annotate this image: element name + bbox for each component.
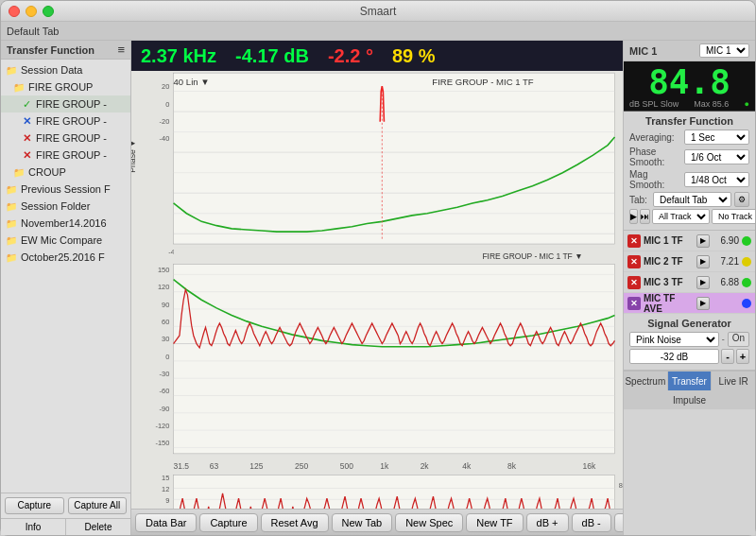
main-content: Transfer Function ≡ 📁 Session Data 📁 FIR…: [1, 41, 755, 535]
sidebar-item-ew-mic[interactable]: 📁 EW Mic Compare: [1, 232, 130, 249]
capture-button[interactable]: Capture: [5, 497, 64, 514]
new-tab-button[interactable]: New Tab: [332, 513, 393, 532]
sig-on-button[interactable]: On: [728, 332, 749, 347]
sidebar-item-fire-group[interactable]: 📁 FIRE GROUP: [1, 78, 130, 95]
track-row-mic2: ✕ MIC 2 TF ▶ 7.21: [624, 251, 755, 272]
track-dropdown-no[interactable]: No Track: [712, 209, 755, 224]
bottom-toolbar: Data Bar Capture Reset Avg New Tab New S…: [131, 509, 623, 535]
track-dropdown-all[interactable]: All Track: [652, 209, 710, 224]
rp-bottom-tabs: Spectrum Transfer Live IR: [624, 371, 755, 390]
sidebar-item-november[interactable]: 📁 November14.2016: [1, 215, 130, 232]
sidebar-item-fire-group-3[interactable]: ✕ FIRE GROUP -: [1, 130, 130, 147]
new-tf-button[interactable]: New TF: [466, 513, 523, 532]
mic3-play-button[interactable]: ▶: [696, 276, 710, 289]
sidebar-item-label: Session Data: [21, 64, 82, 76]
mic-ave-track-name: MIC TF AVE: [644, 293, 694, 314]
mic2-indicator: [742, 257, 751, 267]
capture-all-button[interactable]: Capture All: [68, 497, 128, 514]
sidebar-item-sessions-data[interactable]: 📁 Session Data: [1, 61, 130, 78]
mic2-play-button[interactable]: ▶: [696, 255, 710, 268]
mic3-x-button[interactable]: ✕: [627, 276, 641, 289]
svg-text:500: 500: [340, 461, 353, 471]
db-minus-button[interactable]: dB -: [572, 513, 611, 532]
tf-section-title: Transfer Function: [629, 115, 749, 127]
tab-select[interactable]: Default Tab: [653, 192, 731, 207]
folder-icon: 📁: [12, 165, 26, 179]
phase-display: -2.2 °: [328, 45, 373, 67]
svg-text:15: 15: [162, 474, 169, 482]
sidebar-item-fire-group-2[interactable]: ✕ FIRE GROUP -: [1, 112, 130, 130]
close-button[interactable]: [9, 6, 20, 17]
sig-plus-button[interactable]: +: [736, 349, 749, 364]
window-title: Smaart: [360, 5, 397, 18]
signal-generator-section: Signal Generator Pink Noise White Noise …: [624, 314, 755, 371]
mic1-play-button[interactable]: ▶: [696, 234, 710, 248]
sig-source-select[interactable]: Pink Noise White Noise Sine: [629, 332, 719, 347]
svg-text:1k: 1k: [380, 461, 389, 471]
sidebar-item-fire-group-4[interactable]: ✕ FIRE GROUP -: [1, 147, 130, 164]
mic-dropdown[interactable]: MIC 1 MIC 2 MIC 3: [699, 43, 749, 58]
sidebar-item-label: FIRE GROUP -: [36, 115, 107, 127]
mic-ave-play-button[interactable]: ▶: [696, 297, 710, 310]
center-content: 2.37 kHz -4.17 dB -2.2 ° 89 % 40 Lin ▼: [131, 41, 623, 535]
mic-ave-x-button[interactable]: ✕: [627, 297, 641, 310]
phase-smooth-select[interactable]: 1/6 Oct 1/3 Oct 1/12 Oct 1/48 Oct: [684, 149, 749, 164]
skip-button[interactable]: ⏭: [640, 209, 650, 224]
info-tab[interactable]: Info: [1, 519, 66, 535]
new-spec-button[interactable]: New Spec: [395, 513, 463, 532]
delete-tab[interactable]: Delete: [66, 519, 130, 535]
sig-db-row: -32 dB - +: [629, 349, 749, 364]
sig-minus-button[interactable]: -: [721, 349, 734, 364]
data-bar-button[interactable]: Data Bar: [135, 513, 197, 532]
sidebar-item-label: October25.2016 F: [21, 251, 105, 263]
sig-gen-title: Signal Generator: [629, 318, 749, 329]
sidebar-header: Transfer Function ≡: [1, 41, 130, 60]
tab-settings-icon[interactable]: ⚙: [734, 192, 749, 207]
mag-smooth-select[interactable]: 1/48 Oct 1/6 Oct 1/3 Oct: [684, 172, 749, 187]
sidebar-item-label: FIRE GROUP -: [36, 149, 107, 161]
capture-toolbar-button[interactable]: Capture: [199, 513, 257, 532]
sidebar-item-prev-session[interactable]: 📁 Previous Session F: [1, 181, 130, 198]
svg-text:125: 125: [249, 461, 263, 471]
sidebar-collapse-icon[interactable]: ≡: [117, 43, 125, 57]
reset-avg-button[interactable]: Reset Avg: [261, 513, 329, 532]
svg-text:-40: -40: [160, 134, 170, 143]
svg-text:Phase ▼: Phase ▼: [131, 139, 137, 172]
svg-text:250: 250: [295, 461, 308, 471]
mic1-track-name: MIC 1 TF: [644, 235, 694, 246]
chart-area: 40 Lin ▼ FIRE GROUP - MIC 1 TF -40 -35 -…: [131, 71, 623, 509]
sidebar-item-croup[interactable]: 📁 CROUP: [1, 164, 130, 181]
mic2-value: 7.21: [713, 256, 739, 267]
svg-text:9: 9: [165, 495, 169, 504]
folder-icon: 📁: [5, 63, 18, 77]
play-button[interactable]: ▶: [629, 209, 638, 224]
sidebar-item-label: FIRE GROUP -: [36, 132, 107, 144]
svg-text:40 Lin ▼: 40 Lin ▼: [174, 77, 210, 87]
svg-text:31.5: 31.5: [174, 461, 190, 471]
spectrum-tab[interactable]: Spectrum: [624, 372, 668, 390]
spl-meter-button[interactable]: SPL Meter: [614, 513, 623, 532]
folder-icon: 📁: [12, 80, 26, 94]
x-icon: ✕: [20, 131, 33, 145]
db-plus-button[interactable]: dB +: [526, 513, 569, 532]
minimize-button[interactable]: [26, 6, 37, 17]
svg-text:4k: 4k: [462, 461, 472, 471]
sidebar-item-session-folder[interactable]: 📁 Session Folder: [1, 198, 130, 215]
sidebar-item-october[interactable]: 📁 October25.2016 F: [1, 249, 130, 266]
live-ir-tab[interactable]: Live IR: [712, 372, 755, 390]
mic1-x-button[interactable]: ✕: [627, 234, 641, 248]
sig-source-row: Pink Noise White Noise Sine - On: [629, 332, 749, 347]
transfer-tab[interactable]: Transfer: [668, 372, 713, 390]
averaging-select[interactable]: 1 Sec 2 Sec 4 Sec: [684, 130, 749, 145]
svg-text:FIRE GROUP - MIC 1 TF ▼: FIRE GROUP - MIC 1 TF ▼: [482, 251, 582, 261]
folder-icon: 📁: [5, 182, 18, 196]
mic2-x-button[interactable]: ✕: [627, 255, 641, 268]
folder-icon: 📁: [5, 233, 18, 247]
tab-row: Tab: Default Tab ⚙: [629, 192, 749, 207]
sidebar-item-fire-group-1[interactable]: ✓ FIRE GROUP -: [1, 95, 130, 112]
right-panel: MIC 1 MIC 1 MIC 2 MIC 3 84.8 dB SPL Slow…: [623, 41, 755, 535]
svg-text:-120: -120: [155, 422, 169, 430]
maximize-button[interactable]: [43, 6, 54, 17]
impulse-tab[interactable]: Impulse: [624, 390, 755, 409]
default-tab-label[interactable]: Default Tab: [7, 26, 59, 37]
